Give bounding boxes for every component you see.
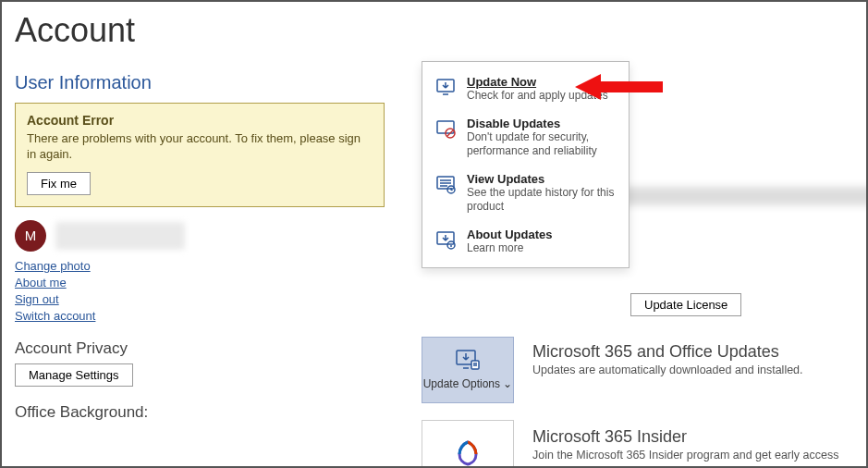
menu-disable-updates[interactable]: Disable Updates Don't update for securit…: [422, 109, 629, 165]
svg-marker-9: [575, 74, 663, 100]
change-photo-link[interactable]: Change photo: [15, 259, 385, 273]
sign-out-link[interactable]: Sign out: [15, 292, 385, 306]
user-information-heading: User Information: [15, 72, 385, 93]
updates-block-title: Microsoft 365 and Office Updates: [532, 342, 803, 362]
update-options-icon: [455, 349, 481, 375]
microsoft-365-icon: [454, 439, 482, 467]
updates-block-desc: Updates are automatically downloaded and…: [532, 363, 803, 376]
red-arrow-annotation: [575, 68, 667, 105]
about-me-link[interactable]: About me: [15, 276, 385, 289]
account-error-box: Account Error There are problems with yo…: [15, 103, 385, 207]
menu-item-title: About Updates: [467, 228, 552, 241]
error-text: There are problems with your account. To…: [27, 131, 373, 163]
menu-item-desc: See the update history for this product: [467, 186, 617, 213]
insider-block-title: Microsoft 365 Insider: [532, 427, 838, 447]
menu-item-title: View Updates: [467, 172, 617, 186]
switch-account-link[interactable]: Switch account: [15, 309, 385, 323]
menu-item-desc: Don't update for security, performance a…: [467, 130, 617, 157]
insider-tile[interactable]: [422, 420, 514, 468]
manage-settings-button[interactable]: Manage Settings: [15, 363, 133, 387]
office-background-heading: Office Background:: [15, 403, 385, 422]
error-title: Account Error: [27, 113, 373, 128]
update-options-label: Update Options ⌄: [423, 378, 513, 390]
info-icon: [434, 228, 458, 252]
menu-item-desc: Learn more: [467, 241, 552, 254]
page-title: Account: [15, 11, 848, 50]
menu-about-updates[interactable]: About Updates Learn more: [422, 220, 629, 262]
menu-item-title: Disable Updates: [467, 117, 617, 130]
disable-icon: [434, 117, 458, 141]
update-options-button[interactable]: Update Options ⌄: [422, 337, 514, 403]
download-icon: [434, 75, 458, 99]
fix-me-button[interactable]: Fix me: [27, 172, 91, 195]
avatar: M: [15, 220, 46, 252]
insider-block-desc: Join the Microsoft 365 Insider program a…: [532, 449, 838, 462]
history-icon: [434, 172, 458, 196]
user-name-redacted: [55, 222, 185, 250]
menu-view-updates[interactable]: View Updates See the update history for …: [422, 165, 629, 220]
update-license-button[interactable]: Update License: [630, 293, 741, 316]
redacted-strip: [616, 187, 868, 205]
account-privacy-heading: Account Privacy: [15, 339, 385, 358]
